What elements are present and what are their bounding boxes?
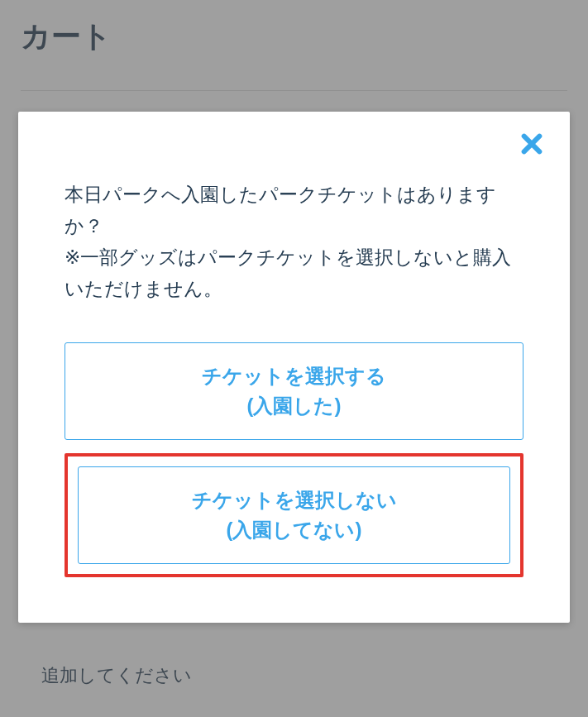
no-ticket-label-line1: チケットを選択しない [192, 489, 397, 511]
modal-button-group: チケットを選択する (入園した) チケットを選択しない (入園してない) [41, 342, 547, 577]
close-icon [519, 131, 545, 157]
no-ticket-label-line2: (入園してない) [87, 515, 501, 545]
no-ticket-button[interactable]: チケットを選択しない (入園してない) [78, 466, 510, 564]
modal-message: 本日パークへ入園したパークチケットはありますか？ ※一部グッズはパークチケットを… [41, 179, 547, 305]
select-ticket-label-line1: チケットを選択する [202, 365, 386, 387]
ticket-selection-modal: 本日パークへ入園したパークチケットはありますか？ ※一部グッズはパークチケットを… [18, 112, 570, 623]
modal-message-line2: ※一部グッズはパークチケットを選択しないと購入いただけません。 [65, 246, 511, 299]
select-ticket-button[interactable]: チケットを選択する (入園した) [65, 342, 523, 440]
modal-message-line1: 本日パークへ入園したパークチケットはありますか？ [65, 184, 496, 237]
select-ticket-label-line2: (入園した) [74, 391, 514, 421]
highlighted-option: チケットを選択しない (入園してない) [65, 453, 523, 577]
close-button[interactable] [514, 127, 549, 161]
